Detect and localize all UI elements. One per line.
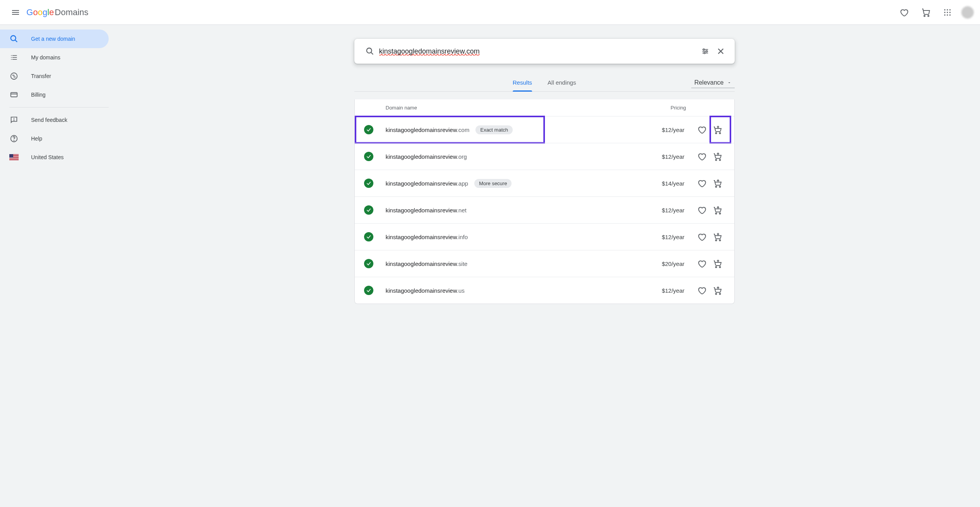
sidebar-item-label: Help: [31, 135, 42, 142]
domain-search-input[interactable]: [379, 47, 697, 56]
heart-icon: [899, 8, 909, 17]
add-to-cart-icon: [713, 152, 722, 161]
apps-grid-icon: [944, 9, 951, 16]
domain-name: kinstagoogledomainsreview.us: [386, 287, 662, 294]
clear-search-button[interactable]: [713, 47, 728, 56]
svg-point-56: [715, 267, 716, 268]
add-to-cart-button[interactable]: [709, 202, 725, 218]
favorite-button[interactable]: [694, 283, 709, 298]
result-row[interactable]: kinstagoogledomainsreview.info$12/year: [355, 223, 734, 250]
chevron-down-icon: [727, 80, 732, 85]
favorites-button[interactable]: [895, 3, 913, 22]
add-to-cart-button[interactable]: [709, 122, 725, 137]
result-row[interactable]: kinstagoogledomainsreview.net$12/year: [355, 196, 734, 223]
add-to-cart-button[interactable]: [709, 229, 725, 245]
cart-button[interactable]: [916, 3, 935, 22]
result-price: $12/year: [662, 127, 684, 133]
svg-point-61: [719, 293, 720, 295]
svg-line-12: [15, 40, 17, 42]
svg-point-31: [703, 49, 704, 50]
add-to-cart-button[interactable]: [709, 175, 725, 191]
svg-rect-15: [11, 57, 12, 58]
svg-point-3: [947, 9, 948, 10]
tune-icon: [701, 47, 709, 56]
result-row[interactable]: kinstagoogledomainsreview.us$12/year: [355, 277, 734, 304]
result-row[interactable]: kinstagoogledomainsreview.appMore secure…: [355, 170, 734, 196]
sidebar-item-label: Get a new domain: [31, 36, 75, 42]
result-row[interactable]: kinstagoogledomainsreview.comExact match…: [355, 116, 734, 143]
available-check-icon: [364, 152, 373, 161]
list-icon: [9, 54, 19, 61]
google-domains-logo[interactable]: Google Domains: [26, 7, 88, 17]
domain-name: kinstagoogledomainsreview.net: [386, 207, 662, 214]
svg-point-40: [715, 160, 716, 161]
favorite-button[interactable]: [694, 122, 709, 137]
svg-rect-14: [12, 55, 17, 56]
feedback-icon: [9, 116, 19, 124]
result-badge: Exact match: [475, 125, 513, 134]
result-row[interactable]: kinstagoogledomainsreview.org$12/year: [355, 143, 734, 170]
favorite-button[interactable]: [694, 256, 709, 271]
results-table: Domain name Pricing kinstagoogledomainsr…: [354, 99, 735, 304]
svg-rect-16: [12, 57, 17, 58]
sort-label: Relevance: [694, 79, 724, 86]
sidebar-item-get-domain[interactable]: Get a new domain: [0, 30, 109, 48]
svg-point-57: [719, 267, 720, 268]
svg-point-0: [924, 15, 925, 16]
add-to-cart-button[interactable]: [709, 283, 725, 298]
add-to-cart-icon: [713, 232, 722, 241]
svg-point-23: [14, 120, 14, 121]
svg-point-25: [14, 140, 14, 141]
favorite-button[interactable]: [694, 229, 709, 245]
svg-point-33: [704, 52, 705, 54]
domain-name: kinstagoogledomainsreview.appMore secure: [386, 179, 662, 188]
svg-line-27: [371, 52, 373, 55]
apps-button[interactable]: [938, 3, 957, 22]
hamburger-icon: [11, 8, 20, 17]
search-filters-button[interactable]: [697, 47, 713, 56]
result-price: $12/year: [662, 234, 684, 240]
sidebar-item-help[interactable]: Help: [0, 129, 109, 148]
svg-point-32: [706, 50, 707, 52]
heart-icon: [697, 232, 706, 241]
favorite-button[interactable]: [694, 149, 709, 164]
available-check-icon: [364, 286, 373, 295]
svg-point-5: [944, 12, 945, 13]
main-menu-button[interactable]: [6, 3, 25, 22]
add-to-cart-button[interactable]: [709, 149, 725, 164]
tab-all-endings[interactable]: All endings: [548, 79, 576, 91]
available-check-icon: [364, 259, 373, 268]
heart-icon: [697, 205, 706, 215]
sidebar-item-my-domains[interactable]: My domains: [0, 48, 109, 67]
favorite-button[interactable]: [694, 175, 709, 191]
tab-results[interactable]: Results: [513, 79, 532, 91]
sidebar-item-country[interactable]: United States: [0, 148, 109, 167]
help-icon: [9, 134, 19, 143]
svg-point-6: [947, 12, 948, 13]
heart-icon: [697, 152, 706, 161]
sort-dropdown[interactable]: Relevance: [691, 78, 735, 88]
column-price: Pricing: [647, 105, 725, 111]
available-check-icon: [364, 232, 373, 241]
heart-icon: [697, 179, 706, 188]
account-avatar[interactable]: [961, 6, 974, 19]
sidebar-item-billing[interactable]: Billing: [0, 85, 109, 104]
heart-icon: [697, 125, 706, 134]
domain-search-bar: [354, 39, 735, 64]
search-icon: [361, 47, 379, 56]
domain-name: kinstagoogledomainsreview.site: [386, 260, 662, 267]
svg-rect-18: [12, 59, 17, 60]
card-icon: [9, 90, 19, 99]
result-row[interactable]: kinstagoogledomainsreview.site$20/year: [355, 250, 734, 277]
result-price: $20/year: [662, 260, 684, 267]
domain-name: kinstagoogledomainsreview.comExact match: [386, 125, 662, 134]
cart-icon: [921, 8, 930, 17]
result-price: $12/year: [662, 207, 684, 214]
svg-point-52: [715, 240, 716, 241]
add-to-cart-button[interactable]: [709, 256, 725, 271]
favorite-button[interactable]: [694, 202, 709, 218]
sidebar-item-transfer[interactable]: Transfer: [0, 67, 109, 85]
sidebar-item-feedback[interactable]: Send feedback: [0, 111, 109, 129]
svg-point-49: [719, 213, 720, 214]
svg-point-36: [715, 133, 716, 134]
